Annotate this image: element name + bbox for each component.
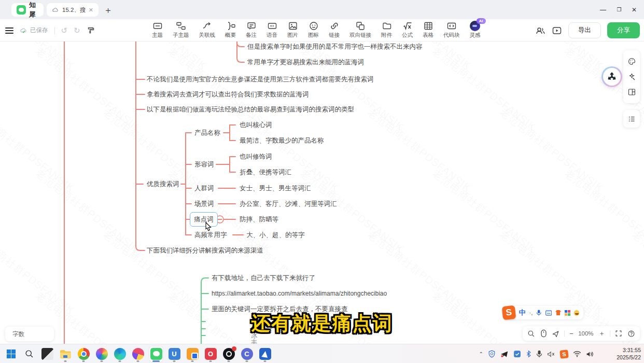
bluetooth-icon[interactable] [526,350,531,358]
sogou-tray-icon[interactable]: S [559,350,569,359]
formula-button[interactable]: 公式 [402,21,413,39]
style-palette-button[interactable] [627,57,636,66]
mindmap-node[interactable]: 最简洁、字数最少的产品名称 [240,136,324,145]
ime-keyboard-icon[interactable] [545,310,552,316]
mindmap-node-url[interactable]: https://alimarket.taobao.com/markets/ali… [212,290,387,297]
subtopic-button[interactable]: 子主题 [173,21,189,39]
microphone-icon[interactable] [536,350,542,358]
emoji-button[interactable]: 图标 [308,21,319,39]
wifi-icon[interactable] [573,351,581,357]
ime-emoji-icon[interactable] [574,310,579,316]
relation-line-button[interactable]: 关联线 [199,21,216,39]
taskbar-start-button[interactable] [4,346,18,362]
tray-expand-button[interactable]: ⌃ [479,351,483,357]
mindmap-node[interactable]: 不论我们是使用淘宝官方的生意参谋还是使用第三方软件查词都需要先有搜索词 [147,75,374,84]
image-button[interactable]: 图片 [287,21,298,39]
taskbar-clock[interactable]: 3:31:55 2025/5/22 [617,344,641,363]
zoom-level[interactable]: 100% [578,330,593,337]
taskbar-zhixi-active[interactable] [149,346,163,362]
ime-toolbar[interactable]: S 中 ·, [505,306,583,319]
taskbar-edge[interactable] [113,346,127,362]
new-tab-button[interactable]: ＋ [104,4,113,16]
format-painter-button[interactable] [87,26,95,35]
mindmap-node[interactable]: 折叠、便携等词汇 [240,168,291,177]
ime-skin-icon[interactable] [555,310,561,315]
taskbar-app-red[interactable]: O [204,346,217,362]
taskbar-app-squares[interactable] [186,346,199,362]
fullscreen-button[interactable] [615,330,622,337]
selected-node-pain-word[interactable]: 痛点词 [190,212,218,227]
help-button[interactable] [627,330,635,338]
sync-app-icon[interactable] [513,350,521,358]
layout-button[interactable] [627,88,636,96]
mindmap-node[interactable]: 场景词 [194,200,214,208]
ai-assistant-button[interactable] [601,66,622,87]
table-button[interactable]: 表格 [423,21,433,39]
app-home-tab[interactable]: 知犀 [11,3,44,17]
mindmap-node[interactable]: 常用单字才更容易搜索出来能用的蓝海词 [247,58,364,67]
mindmap-node[interactable]: 拿着搜索词去查词才可以查出符合我们要求数据的蓝海词 [147,90,309,99]
magic-wand-button[interactable] [627,73,636,81]
zoom-in-button[interactable]: ＋ [598,329,605,338]
taskbar-chrome[interactable] [77,346,90,362]
mindmap-node[interactable]: 也叫修饰词 [240,152,272,161]
mindmap-node[interactable]: 大、小、超、的等字 [246,231,305,240]
mindmap-node[interactable]: 以下是根据咱们做蓝海玩法经验总结的最容易查到蓝海词的搜索词的类型 [147,105,354,114]
sogou-logo-icon[interactable]: S [502,305,516,320]
note-button[interactable]: 备注 [246,21,257,39]
mindmap-node[interactable]: 人群词 [194,184,214,193]
tab-close-icon[interactable]: ✕ [89,7,93,13]
taskbar-task-view-button[interactable] [40,346,54,362]
collaborate-button[interactable] [535,25,545,36]
mindmap-node[interactable]: 办公室、客厅、沙滩、河里等词汇 [240,200,337,208]
close-button[interactable]: ✕ [625,0,643,19]
audio-device-icon[interactable] [547,351,555,358]
mindmap-node[interactable]: 有下载地址，自己去下载下来就行了 [212,274,315,283]
mindmap-node-partial[interactable]: 丰 [251,338,258,344]
taskbar-search-button[interactable] [22,346,36,362]
taskbar-app-kite[interactable] [258,346,272,362]
taskbar-file-explorer[interactable] [59,346,72,362]
outline-list-button[interactable] [627,115,636,123]
code-block-button[interactable]: 代码块 [443,21,460,39]
topic-button[interactable]: 主题 [152,21,163,39]
summary-button[interactable]: 概要 [225,21,236,39]
taskbar-app-u[interactable]: U [167,346,181,362]
mouse-mode-button[interactable] [540,329,547,338]
ime-toolbox-icon[interactable] [565,310,570,316]
mindmap-node[interactable]: 也叫核心词 [240,121,272,130]
taskbar-browser-360[interactable] [95,346,108,362]
taskbar-app-circle[interactable]: C [240,346,254,362]
mindmap-node[interactable]: 但是搜索单字时如果使用的是不常用字也一样搜索不出来内容 [247,43,423,51]
mindmap-canvas[interactable]: 老范电商社群PDSFANSIK老范电商社群PDSFANSIK老范电商社群PDSF… [0,41,644,344]
ime-punctuation-toggle[interactable]: ·, [529,310,533,316]
zoom-out-button[interactable]: − [569,330,573,338]
ime-mode-toggle[interactable]: 中 [519,308,526,317]
mindmap-node[interactable]: 产品名称 [194,129,220,137]
attachment-button[interactable]: 附件 [381,21,392,39]
mindmap-node[interactable]: 女士、男士、男生等词汇 [240,184,311,193]
word-count-pill[interactable]: 字数 [5,327,54,341]
inspiration-button[interactable]: AI 灵感 [470,21,481,39]
menu-button[interactable] [5,27,13,34]
share-button[interactable]: 分享 [607,22,640,38]
pointer-mode-button[interactable] [552,330,559,338]
taskbar-music-app[interactable] [131,346,145,362]
security-shield-icon[interactable] [488,350,496,358]
mindmap-node[interactable]: 防摔、防晒等 [240,215,278,224]
taskbar-obs[interactable] [222,346,235,362]
mindmap-node[interactable]: 下面我们详细拆分讲解搜索词的来源渠道 [147,246,263,255]
presentation-button[interactable] [552,25,562,36]
link-button[interactable]: 链接 [329,21,340,39]
mindmap-node[interactable]: 高频常用字 [194,231,227,240]
ime-mic-icon[interactable] [536,309,541,316]
export-button[interactable]: 导出 [568,22,601,38]
minimize-button[interactable]: — [594,0,612,19]
bidirectional-link-button[interactable]: 双向链接 [349,21,371,39]
redo-button[interactable]: ↻ [74,26,80,35]
voice-button[interactable]: 语音 [267,21,277,39]
mindmap-node[interactable]: 优质搜索词 [147,180,179,189]
undo-button[interactable]: ↺ [61,26,68,35]
telegram-icon[interactable] [500,351,509,358]
mindmap-node[interactable]: 形容词 [194,160,214,169]
